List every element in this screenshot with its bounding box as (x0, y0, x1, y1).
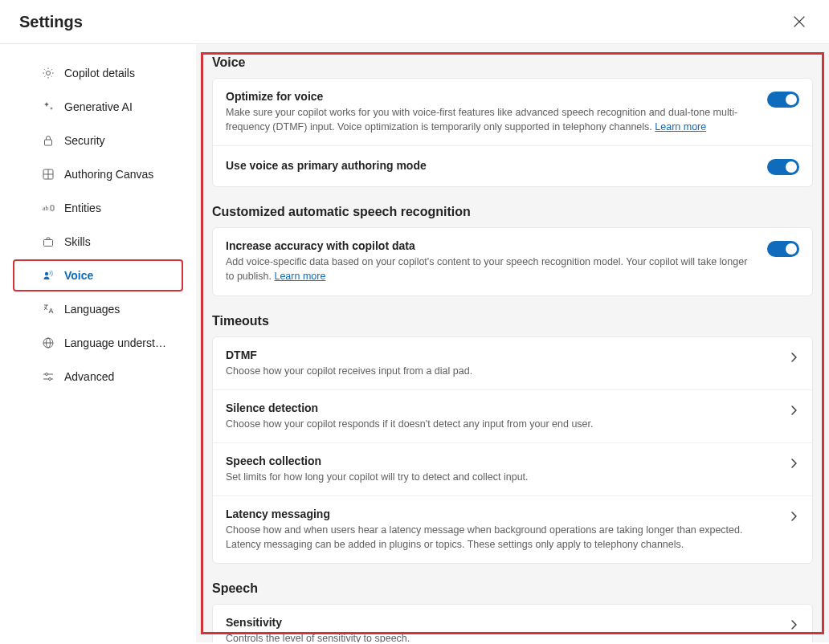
sidebar: Copilot details Generative AI Security A… (0, 44, 196, 642)
primary-authoring-body: Use voice as primary authoring mode (226, 157, 754, 173)
optimize-voice-body: Optimize for voice Make sure your copilo… (226, 90, 754, 134)
section-title-speech: Speech (212, 581, 813, 596)
sensitivity-desc: Controls the level of sensitivity to spe… (226, 631, 775, 642)
optimize-voice-desc: Make sure your copilot works for you wit… (226, 105, 754, 134)
close-button[interactable] (789, 11, 810, 32)
sidebar-item-label: Security (64, 134, 105, 147)
sidebar-item-lang-understanding[interactable]: Language understandi… (13, 327, 183, 359)
learn-more-link[interactable]: Learn more (274, 271, 325, 282)
svg-rect-6 (51, 206, 54, 210)
svg-rect-7 (44, 240, 53, 247)
sidebar-item-label: Entities (64, 202, 101, 214)
sidebar-item-languages[interactable]: Languages (13, 293, 183, 325)
svg-point-14 (46, 373, 48, 376)
svg-point-8 (45, 272, 48, 275)
briefcase-icon (42, 235, 55, 248)
silence-detection-title: Silence detection (226, 401, 775, 414)
learn-more-link[interactable]: Learn more (655, 121, 706, 132)
canvas-icon (42, 168, 55, 181)
latency-messaging-body: Latency messaging Choose how and when us… (226, 507, 775, 552)
sliders-icon (42, 370, 55, 383)
silence-detection-row[interactable]: Silence detection Choose how your copilo… (213, 389, 812, 442)
chevron-right-icon (788, 511, 799, 522)
svg-text:ab: ab (43, 205, 49, 212)
primary-authoring-title: Use voice as primary authoring mode (226, 157, 754, 173)
sensitivity-title: Sensitivity (226, 616, 775, 629)
increase-accuracy-toggle[interactable] (767, 241, 799, 257)
primary-authoring-row: Use voice as primary authoring mode (213, 145, 812, 186)
latency-messaging-title: Latency messaging (226, 507, 775, 520)
sidebar-item-advanced[interactable]: Advanced (13, 361, 183, 393)
sidebar-item-label: Generative AI (64, 100, 133, 113)
speech-collection-desc: Set limits for how long your copilot wil… (226, 470, 775, 484)
globe-icon (42, 336, 55, 349)
increase-accuracy-desc: Add voice-specific data based on your co… (226, 255, 754, 283)
sidebar-item-voice[interactable]: Voice (13, 259, 183, 291)
settings-body: Copilot details Generative AI Security A… (0, 44, 829, 642)
sparkle-icon (42, 100, 55, 113)
settings-header: Settings (0, 0, 829, 44)
optimize-voice-toggle[interactable] (767, 92, 799, 108)
increase-accuracy-row: Increase accuracy with copilot data Add … (213, 228, 812, 295)
page-title: Settings (19, 13, 83, 31)
svg-rect-1 (45, 140, 52, 145)
sidebar-item-label: Copilot details (64, 67, 135, 79)
svg-point-15 (49, 378, 51, 381)
sidebar-item-label: Skills (64, 235, 91, 248)
increase-accuracy-body: Increase accuracy with copilot data Add … (226, 239, 754, 283)
silence-detection-body: Silence detection Choose how your copilo… (226, 401, 775, 431)
voice-icon (42, 269, 55, 282)
chevron-right-icon (788, 405, 799, 416)
sidebar-item-label: Languages (64, 303, 120, 316)
primary-authoring-toggle[interactable] (767, 159, 799, 175)
section-title-voice: Voice (212, 55, 813, 70)
chevron-right-icon (788, 458, 799, 469)
sidebar-item-label: Language understandi… (64, 336, 169, 349)
optimize-voice-title: Optimize for voice (226, 90, 754, 103)
sidebar-item-authoring-canvas[interactable]: Authoring Canvas (13, 158, 183, 190)
section-title-casr: Customized automatic speech recognition (212, 205, 813, 219)
sidebar-item-skills[interactable]: Skills (13, 226, 183, 258)
sidebar-item-label: Voice (64, 269, 93, 282)
sidebar-item-copilot-details[interactable]: Copilot details (13, 57, 183, 89)
speech-collection-title: Speech collection (226, 454, 775, 467)
increase-accuracy-title: Increase accuracy with copilot data (226, 239, 754, 252)
chevron-right-icon (788, 619, 799, 630)
dtmf-title: DTMF (226, 348, 775, 361)
dtmf-desc: Choose how your copilot receives input f… (226, 364, 775, 378)
sidebar-item-security[interactable]: Security (13, 124, 183, 157)
languages-icon (42, 303, 55, 316)
section-title-timeouts: Timeouts (212, 314, 813, 328)
optimize-voice-row: Optimize for voice Make sure your copilo… (213, 79, 812, 145)
svg-point-0 (47, 71, 51, 75)
timeouts-card: DTMF Choose how your copilot receives in… (212, 336, 813, 565)
casr-card: Increase accuracy with copilot data Add … (212, 227, 813, 296)
speech-collection-row[interactable]: Speech collection Set limits for how lon… (213, 442, 812, 495)
entities-icon: ab (42, 202, 55, 214)
speech-card: Sensitivity Controls the level of sensit… (212, 604, 813, 642)
sidebar-item-label: Advanced (64, 370, 114, 383)
sidebar-item-entities[interactable]: ab Entities (13, 192, 183, 224)
latency-messaging-desc: Choose how and when users hear a latency… (226, 523, 775, 552)
sidebar-item-label: Authoring Canvas (64, 168, 153, 181)
sidebar-item-generative-ai[interactable]: Generative AI (13, 91, 183, 123)
sensitivity-body: Sensitivity Controls the level of sensit… (226, 616, 775, 642)
lock-icon (42, 134, 55, 147)
sensitivity-row[interactable]: Sensitivity Controls the level of sensit… (213, 605, 812, 642)
latency-messaging-row[interactable]: Latency messaging Choose how and when us… (213, 495, 812, 563)
close-icon (794, 16, 805, 27)
silence-detection-desc: Choose how your copilot responds if it d… (226, 417, 775, 431)
voice-card: Optimize for voice Make sure your copilo… (212, 78, 813, 187)
gear-icon (42, 67, 55, 79)
dtmf-row[interactable]: DTMF Choose how your copilot receives in… (213, 337, 812, 389)
dtmf-body: DTMF Choose how your copilot receives in… (226, 348, 775, 378)
main-content: Voice Optimize for voice Make sure your … (196, 44, 829, 642)
speech-collection-body: Speech collection Set limits for how lon… (226, 454, 775, 484)
chevron-right-icon (788, 352, 799, 363)
